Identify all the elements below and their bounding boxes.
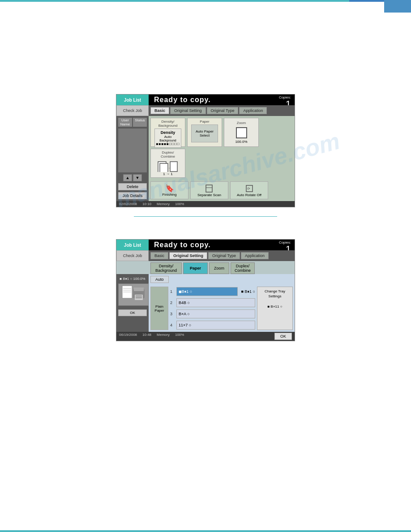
tab-original-setting-2[interactable]: Original Setting xyxy=(169,252,207,259)
subtab-duplex[interactable]: Duplex/Combine xyxy=(231,262,255,274)
paper-option-3[interactable]: B×A ○ xyxy=(176,309,255,318)
page-content: Job List Ready to copy. Copies: 1 Check … xyxy=(0,13,411,523)
ok-button[interactable]: OK xyxy=(274,333,292,340)
job-details-button-1[interactable]: Job Details xyxy=(118,192,147,199)
zoom-cell[interactable]: Zoom 100.0% xyxy=(224,118,259,147)
check-job-button-1[interactable]: Check Job xyxy=(116,105,149,116)
sidebar1-list xyxy=(118,129,147,172)
svg-text:⟳: ⟳ xyxy=(247,187,250,191)
svg-rect-1 xyxy=(160,163,168,172)
finishing-icon: 🔖 xyxy=(165,184,174,193)
paper-list-area: PlainPaper 1 ■ B♦1 ○ xyxy=(150,287,255,330)
panel2: Job List Ready to copy. Copies: 1 Check … xyxy=(116,239,295,341)
panel2-preview xyxy=(118,283,149,306)
separate-scan-cell[interactable]: Separate Scan xyxy=(190,181,228,199)
duplex-cell[interactable]: Duplex/Combine → 1 → 1 xyxy=(150,149,185,178)
panel1-bottom-icons: 🔖 Finishing Separate Scan xyxy=(149,180,295,201)
svg-rect-4 xyxy=(206,185,212,192)
panel1-date: 02/02/2008 xyxy=(119,202,137,206)
separate-scan-label: Separate Scan xyxy=(197,193,221,197)
sidebar1-arrows: ▲ ▼ xyxy=(118,174,147,181)
auto-rotate-icon: ⟳ xyxy=(245,184,254,193)
sidebar1-down-arrow[interactable]: ▼ xyxy=(133,174,142,181)
panel2-memory-label: Memory xyxy=(157,333,170,340)
panel1-time: 10:10 xyxy=(142,202,151,206)
section-divider xyxy=(134,216,277,217)
finishing-label: Finishing xyxy=(162,193,176,197)
tab-application-1[interactable]: Application xyxy=(239,107,267,114)
svg-rect-3 xyxy=(170,162,177,172)
panel1-sidebar: User Name Status ▲ ▼ Delete Job Details xyxy=(116,116,149,201)
sidebar1-user-header: User Name xyxy=(118,118,132,127)
panel2-zoom-label: ■ B♦1 ○ 100.0% xyxy=(118,276,147,282)
separate-scan-icon xyxy=(205,184,214,193)
ready-text-1: Ready to copy. xyxy=(149,94,275,105)
panel2-footer: 06/19/2008 10:48 Memory 100% OK xyxy=(116,332,295,341)
paper-option-4[interactable]: 11×7 ○ xyxy=(176,321,255,330)
paper-row-3: 3 B×A ○ xyxy=(170,309,255,319)
printer-preview-icon xyxy=(121,285,146,305)
panel1-tabs: Basic Original Setting Original Type App… xyxy=(149,105,295,116)
panel2-subtabs: Density/Background Paper Zoom Duplex/Com… xyxy=(116,261,295,274)
delete-button-1[interactable]: Delete xyxy=(118,183,147,190)
auto-button[interactable]: Auto xyxy=(150,276,169,283)
top-right-accent xyxy=(384,0,411,13)
finishing-cell[interactable]: 🔖 Finishing xyxy=(150,181,188,199)
sidebar1-status-header: Status xyxy=(133,118,147,127)
panel1-main: Density/Background Density Auto Backgrou… xyxy=(149,116,295,201)
panel2-time: 10:48 xyxy=(142,333,151,340)
panel1-tabs-row: Check Job Basic Original Setting Origina… xyxy=(116,105,295,116)
panel1-grid: Density/Background Density Auto Backgrou… xyxy=(149,116,295,180)
panel2-body: ■ B♦1 ○ 100.0% xyxy=(116,274,295,332)
paper-top-row: Auto xyxy=(149,274,295,285)
panel1-top-row: Job List Ready to copy. Copies: 1 xyxy=(116,94,295,105)
tab-original-type-2[interactable]: Original Type xyxy=(208,252,240,259)
tab-original-type-1[interactable]: Original Type xyxy=(207,107,239,114)
paper-options-area: PlainPaper 1 ■ B♦1 ○ xyxy=(149,285,295,332)
sidebar1-header: User Name Status xyxy=(118,118,147,127)
bottom-accent-bar xyxy=(0,530,411,532)
panel2-date: 06/19/2008 xyxy=(119,333,137,340)
auto-rotate-cell[interactable]: ⟳ Auto Rotate Off xyxy=(230,181,268,199)
panel2-sidebar: ■ B♦1 ○ 100.0% xyxy=(116,274,149,332)
panel1-footer: 02/02/2008 10:10 Memory 100% xyxy=(116,201,295,207)
subtab-density[interactable]: Density/Background xyxy=(150,262,182,274)
panel2-tabs-row: Check Job Basic Original Setting Origina… xyxy=(116,250,295,261)
subtab-zoom[interactable]: Zoom xyxy=(209,262,229,274)
job-list-button-1[interactable]: Job List xyxy=(116,94,149,105)
panel1-memory-value: 100% xyxy=(175,202,184,206)
top-accent-bar xyxy=(0,0,411,2)
duplex-value: 1 → 1 xyxy=(163,172,172,176)
subtab-paper[interactable]: Paper xyxy=(183,262,208,274)
paper-row-2: 2 B4B ○ xyxy=(170,298,255,308)
sidebar1-up-arrow[interactable]: ▲ xyxy=(123,174,132,181)
check-details-button[interactable]: OK xyxy=(118,309,147,316)
tab-application-2[interactable]: Application xyxy=(241,252,269,259)
panel1-memory-label: Memory xyxy=(157,202,170,206)
svg-rect-16 xyxy=(136,297,142,298)
paper-option-1[interactable]: ■ B♦1 ○ xyxy=(176,287,238,296)
panel1-body: User Name Status ▲ ▼ Delete Job Details xyxy=(116,116,295,201)
copies-section-1: Copies: 1 xyxy=(275,94,295,105)
panel2-top-row: Job List Ready to copy. Copies: 1 xyxy=(116,240,295,250)
zoom-square xyxy=(236,127,247,138)
tab-original-setting-1[interactable]: Original Setting xyxy=(170,107,206,114)
panel1: Job List Ready to copy. Copies: 1 Check … xyxy=(116,94,295,207)
paper-value: Auto PaperSelect xyxy=(191,124,218,142)
paper-option-2[interactable]: B4B ○ xyxy=(176,298,255,307)
check-job-button-2[interactable]: Check Job xyxy=(116,250,149,261)
density-value: Density Auto Background ■■■■■□□□□ xyxy=(154,129,182,148)
density-cell[interactable]: Density/Background Density Auto Backgrou… xyxy=(150,118,185,147)
tab-basic-2[interactable]: Basic xyxy=(150,252,168,259)
paper-cell[interactable]: Paper Auto PaperSelect xyxy=(187,118,222,147)
plain-paper-label: PlainPaper xyxy=(150,287,168,330)
auto-rotate-label: Auto Rotate Off xyxy=(237,193,261,197)
job-list-button-2[interactable]: Job List xyxy=(116,240,149,250)
paper-row-1: 1 ■ B♦1 ○ ■ B♦1 ○ xyxy=(170,287,255,296)
panel2-tabs: Basic Original Setting Original Type App… xyxy=(149,250,295,261)
change-tray-button[interactable]: Change TraySettings■ B×11 ○ xyxy=(257,287,293,330)
panel2-memory-value: 100% xyxy=(175,333,184,340)
paper-row-4: 4 11×7 ○ xyxy=(170,320,255,330)
copies-section-2: Copies: 1 xyxy=(275,240,295,250)
tab-basic-1[interactable]: Basic xyxy=(150,107,169,114)
